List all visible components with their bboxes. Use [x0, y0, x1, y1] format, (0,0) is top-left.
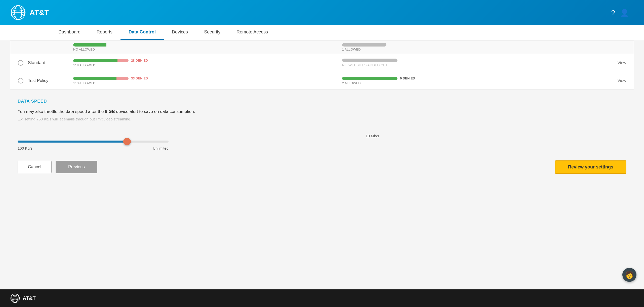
data-speed-hint: E.g setting 750 Kb/s will let emails thr…	[18, 117, 626, 121]
slider-fill	[18, 141, 131, 143]
bar-standard-traffic	[73, 59, 129, 62]
help-icon: ?	[611, 9, 615, 16]
header-icons: ? 👤	[611, 9, 629, 17]
data-speed-title: DATA SPEED	[18, 99, 626, 104]
bar-partial	[73, 43, 129, 47]
desc-bold: 9 GB	[105, 109, 115, 114]
partial-websites-label: 1 ALLOWED	[342, 48, 601, 51]
slider-current-value: 10 Mb/s	[118, 134, 626, 138]
no-websites-label: NO WEBSITES ADDED YET	[342, 63, 601, 67]
bar-test-websites	[342, 77, 397, 80]
footer: AT&T	[0, 289, 644, 307]
help-button[interactable]: ?	[611, 9, 615, 17]
att-globe-icon	[10, 5, 26, 21]
header: AT&T ? 👤	[0, 0, 644, 25]
nav-item-remote-access[interactable]: Remote Access	[228, 25, 276, 40]
desc-before: You may also throttle the data speed aft…	[18, 109, 105, 114]
view-standard[interactable]: View	[606, 61, 626, 65]
nav-item-devices[interactable]: Devices	[164, 25, 196, 40]
websites-allowed-label-test: 2 ALLOWED	[342, 81, 601, 85]
table-row-standard: Standard 28 DENIED 118 ALLOWED NO	[10, 54, 634, 72]
radio-test-policy[interactable]	[18, 78, 23, 83]
slider-section: 10 Mb/s 100 Kb/s Unlimited	[0, 134, 644, 153]
radio-standard[interactable]	[18, 60, 23, 66]
slider-min-label: 100 Kb/s	[18, 146, 32, 150]
table-row-partial: NO ALLOWED 1 ALLOWED	[10, 40, 634, 54]
user-icon: 👤	[620, 9, 629, 17]
btn-left-group: Cancel Previous	[18, 161, 97, 173]
header-logo-text: AT&T	[30, 9, 49, 17]
slider-max-label: Unlimited	[153, 146, 169, 150]
nav-item-dashboard[interactable]: Dashboard	[50, 25, 89, 40]
websites-standard: NO WEBSITES ADDED YET	[337, 59, 606, 67]
footer-globe-icon	[10, 293, 20, 303]
policy-name-test: Test Policy	[28, 78, 68, 83]
policy-name-standard: Standard	[28, 60, 68, 65]
user-button[interactable]: 👤	[620, 9, 629, 17]
review-button[interactable]: Review your settings	[555, 160, 626, 174]
view-test[interactable]: View	[606, 78, 626, 83]
data-speed-section: DATA SPEED You may also throttle the dat…	[0, 90, 644, 134]
websites-denied-label-test: 0 DENIED	[400, 76, 415, 80]
previous-button[interactable]: Previous	[56, 161, 97, 173]
chat-bubble[interactable]: 🧑	[622, 268, 636, 282]
desc-after: device alert to save on data consumption…	[115, 109, 195, 114]
stats-standard: 28 DENIED 118 ALLOWED	[68, 59, 337, 67]
footer-logo: AT&T	[10, 293, 36, 303]
nav-item-security[interactable]: Security	[196, 25, 228, 40]
allowed-label-test: 113 ALLOWED	[73, 81, 332, 85]
stats-partial: NO ALLOWED	[68, 43, 337, 51]
main-content: NO ALLOWED 1 ALLOWED Standard	[0, 40, 644, 289]
denied-label-test: 33 DENIED	[131, 76, 148, 80]
nav-item-data-control[interactable]: Data Control	[120, 25, 164, 40]
footer-logo-text: AT&T	[23, 295, 36, 301]
chat-bubble-icon: 🧑	[625, 271, 634, 279]
radio-standard-cell[interactable]	[18, 60, 28, 66]
bar-standard-websites	[342, 59, 397, 62]
slider-track[interactable]	[18, 141, 169, 143]
denied-label-standard: 28 DENIED	[131, 59, 148, 62]
main-nav: Dashboard Reports Data Control Devices S…	[0, 25, 644, 40]
policy-table: NO ALLOWED 1 ALLOWED Standard	[10, 40, 634, 90]
partial-allowed-label: NO ALLOWED	[73, 48, 332, 51]
slider-thumb[interactable]	[123, 138, 131, 145]
table-row-test-policy: Test Policy 33 DENIED 113 ALLOWED 0 DENI…	[10, 72, 634, 90]
slider-wrapper: 100 Kb/s Unlimited	[18, 141, 169, 150]
stats-test: 33 DENIED 113 ALLOWED	[68, 76, 337, 85]
websites-partial: 1 ALLOWED	[337, 43, 606, 51]
bar-test-traffic	[73, 77, 129, 80]
radio-test-cell[interactable]	[18, 78, 28, 83]
cancel-button[interactable]: Cancel	[18, 161, 52, 173]
websites-test: 0 DENIED 2 ALLOWED	[337, 76, 606, 85]
logo: AT&T	[10, 5, 49, 21]
slider-labels: 100 Kb/s Unlimited	[18, 146, 169, 150]
bar-partial-websites	[342, 43, 397, 47]
nav-item-reports[interactable]: Reports	[89, 25, 120, 40]
allowed-label-standard: 118 ALLOWED	[73, 63, 332, 67]
buttons-row: Cancel Previous Review your settings	[0, 153, 644, 181]
data-speed-description: You may also throttle the data speed aft…	[18, 108, 626, 115]
